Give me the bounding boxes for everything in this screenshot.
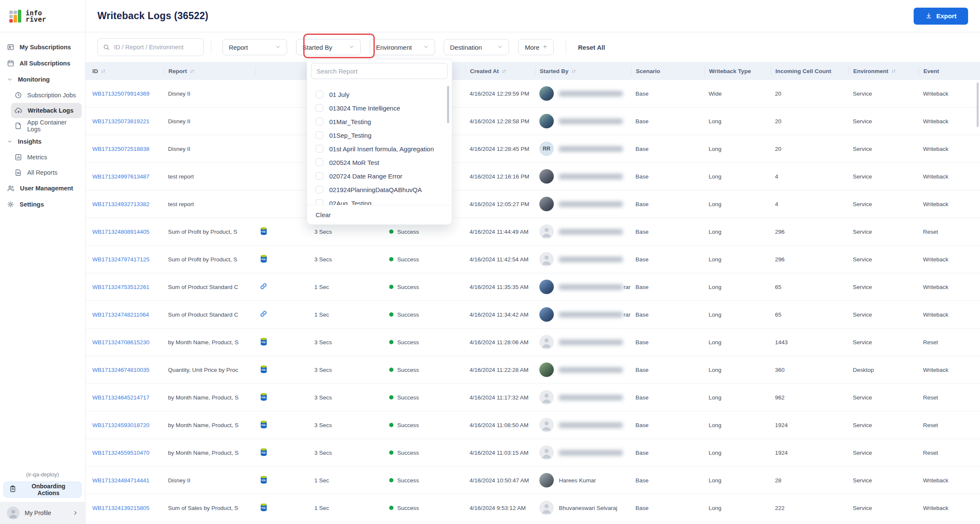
sidebar-item-metrics[interactable]: Metrics [11,150,82,165]
search-input[interactable] [114,44,198,51]
search-box[interactable] [97,38,204,56]
checkbox[interactable] [316,199,323,205]
sort-arrows-icon[interactable]: ↓↑ [892,68,896,74]
svg-text:SQL: SQL [261,479,266,482]
log-id-link[interactable]: WB171324593018720 [92,422,149,428]
report-option[interactable]: 01Mar_Testing [307,115,452,128]
report-search-box[interactable] [311,63,448,79]
sort-arrows-icon[interactable]: ↓↑ [502,68,506,74]
filter-dropdown-environment[interactable]: Environment [370,39,435,55]
cell-report: Disney II [164,477,255,484]
report-name: Sum of Profit by Product, S [168,256,237,263]
sort-arrows-icon[interactable]: ↓↑ [572,68,576,74]
more-filters-button[interactable]: More + [518,39,554,55]
log-id-link[interactable]: WB171324808914405 [92,229,149,235]
report-search-input[interactable] [316,68,442,75]
sql-database-icon: SQL [259,254,268,265]
report-name: Disney II [168,146,191,152]
scenario-value: Base [635,284,649,290]
log-id-link[interactable]: WB171325072518838 [92,146,149,152]
column-header-report[interactable]: Report↓↑ [164,66,255,76]
sidebar-item-my-subscriptions[interactable]: My Subscriptions [3,39,82,55]
checkbox[interactable] [316,118,323,125]
report-option[interactable]: 01Sep_Testing [307,128,452,142]
onboarding-actions-button[interactable]: Onboarding Actions [3,482,82,498]
checkbox[interactable] [316,172,323,180]
report-option[interactable]: 01 July [307,88,452,101]
sort-arrows-icon[interactable]: ↓↑ [190,68,194,74]
sidebar-item-all-subscriptions[interactable]: All Subscriptions [3,55,82,71]
event-value: Reset [923,422,938,428]
sidebar-item-app-container-logs[interactable]: App Container Logs [11,118,82,133]
checkbox[interactable] [316,186,323,193]
log-id-link[interactable]: WB171324753512261 [92,284,149,290]
column-label: Scenario [636,68,660,74]
sidebar-item-settings[interactable]: Settings [3,196,82,212]
report-name: Sum of Profit by Product, S [168,229,237,235]
log-id-link[interactable]: WB171324708615230 [92,339,149,346]
log-id-link[interactable]: WB171324932713382 [92,201,149,207]
table-row: WB171324593018720by Month Name, Product,… [85,411,980,439]
clipboard-icon [9,485,17,494]
cell-environment: Service [849,284,919,290]
log-id-link[interactable]: WB171324645214717 [92,394,149,401]
log-id-link[interactable]: WB171324674810035 [92,367,149,373]
column-label: ID [92,68,98,74]
column-header-created-at[interactable]: Created At↓↑ [465,66,535,76]
log-id-link[interactable]: WB171325079914369 [92,91,149,97]
report-option[interactable]: 02Aug_Testing [307,196,452,205]
cell-incoming-cell-count: 20 [771,91,849,97]
log-id-link[interactable]: WB171324748211064 [92,312,149,318]
status-label: Success [397,284,419,290]
report-option[interactable]: 01st April Insert formula, Aggregation [307,142,452,156]
export-button[interactable]: Export [914,8,968,25]
log-id-link[interactable]: WB171324139215805 [92,505,149,511]
log-id-link[interactable]: WB171324484714441 [92,477,149,484]
report-option[interactable]: 020724 Date Range Error [307,169,452,183]
sidebar-item-subscription-jobs[interactable]: Subscription Jobs [11,88,82,103]
checkbox[interactable] [316,159,323,166]
my-profile-button[interactable]: My Profile [0,502,85,524]
dropdown-scrollbar[interactable] [447,86,449,123]
report-option[interactable]: 020524 MoR Test [307,156,452,169]
log-id-link[interactable]: WB171325073819221 [92,118,149,125]
log-id-link[interactable]: WB171324559510470 [92,450,149,456]
checkbox[interactable] [316,145,323,153]
cell-scenario: Base [631,146,704,152]
cell-writeback-type: Long [704,284,771,290]
cell-created-at: 4/16/2024 12:16:16 PM [465,173,535,180]
checkbox[interactable] [316,104,323,112]
report-option[interactable]: 013024 Time Intelligence [307,101,452,115]
environment-value: Service [853,173,872,180]
clear-selection-button[interactable]: Clear [307,205,452,224]
column-header-incoming-cell-count[interactable]: Incoming Cell Count [771,66,849,76]
table-scrollbar[interactable] [977,82,979,127]
column-header-writeback-type[interactable]: Writeback Type [704,66,771,76]
reset-all-button[interactable]: Reset All [578,44,605,51]
filter-dropdown-destination[interactable]: Destination [444,39,509,55]
incoming-cell-count-value: 20 [775,91,781,97]
filter-dropdown-report[interactable]: Report [222,39,287,55]
filter-dropdown-started-by[interactable]: Started By [296,39,361,55]
duration-value: 3 Secs [314,229,332,235]
log-id-link[interactable]: WB171324997613487 [92,173,149,180]
sort-arrows-icon[interactable]: ↓↑ [101,68,105,74]
column-header-environment[interactable]: Environment↓↑ [849,66,919,76]
column-header-started-by[interactable]: Started By↓↑ [535,66,631,76]
cell-writeback-type: Long [704,256,771,263]
column-header-scenario[interactable]: Scenario [631,66,704,76]
column-header-id[interactable]: ID↓↑ [85,66,164,76]
users-icon [7,184,15,193]
checkbox[interactable] [316,91,323,98]
sql-database-icon: SQL [259,365,268,375]
sidebar-item-user-management[interactable]: User Management [3,180,82,196]
sidebar-item-insights[interactable]: Insights [3,133,82,150]
environment-value: Service [853,91,872,97]
checkbox[interactable] [316,131,323,139]
sidebar-item-all-reports[interactable]: All Reports [11,165,82,180]
column-header-event[interactable]: Event [919,66,980,76]
report-option[interactable]: 021924PlanningDataQABhuvQA [307,183,452,196]
sidebar-item-monitoring[interactable]: Monitoring [3,71,82,88]
log-id-link[interactable]: WB171324797417125 [92,256,149,263]
sidebar-item-writeback-logs[interactable]: Writeback Logs [11,103,82,118]
